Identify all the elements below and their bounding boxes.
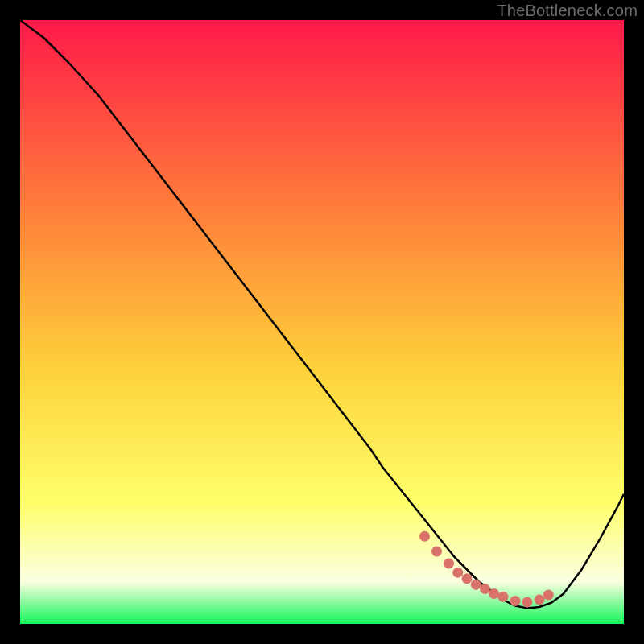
- marker-dot: [471, 580, 481, 590]
- marker-dot: [444, 559, 454, 569]
- watermark-text: TheBottleneck.com: [497, 2, 638, 20]
- plot-area: [20, 20, 624, 624]
- marker-dot: [452, 568, 463, 578]
- marker-dot: [419, 531, 430, 542]
- chart-svg: [20, 20, 624, 624]
- marker-dot: [431, 547, 442, 557]
- marker-dot: [522, 597, 533, 608]
- marker-dot: [543, 590, 554, 601]
- marker-dot: [489, 588, 499, 599]
- marker-dot: [510, 596, 521, 606]
- marker-dot: [498, 592, 509, 602]
- marker-dot: [535, 595, 545, 605]
- marker-dot: [462, 573, 473, 584]
- chart-container: TheBottleneck.com: [0, 0, 644, 644]
- marker-dot: [480, 584, 490, 594]
